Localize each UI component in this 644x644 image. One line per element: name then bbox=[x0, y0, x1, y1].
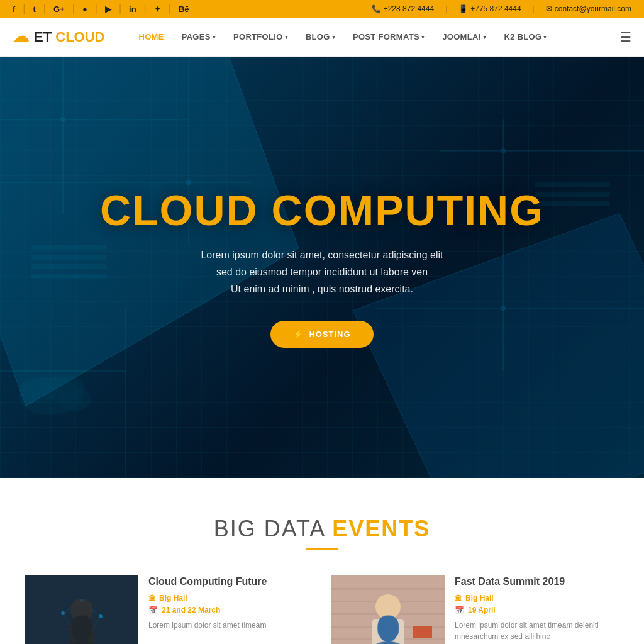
phone2-icon: 📱 bbox=[458, 4, 468, 13]
phone2: 📱 +775 872 4444 bbox=[458, 4, 521, 13]
phone1: 📞 +228 872 4444 bbox=[372, 4, 434, 13]
circle-icon[interactable]: ● bbox=[82, 4, 87, 14]
event-2-illustration bbox=[331, 575, 445, 644]
svg-point-43 bbox=[375, 594, 401, 619]
nav-links: HOME PAGES ▾ PORTFOLIO ▾ BLOG ▾ POST FOR… bbox=[130, 18, 620, 57]
googleplus-icon[interactable]: G+ bbox=[53, 4, 65, 14]
separator: | bbox=[119, 3, 121, 14]
social-links: f | t | G+ | ● | ▶ | in | ✦ | Bē bbox=[13, 3, 189, 14]
svg-rect-19 bbox=[535, 201, 610, 206]
separator: | bbox=[169, 3, 171, 14]
events-grid: + Clou bbox=[25, 575, 619, 644]
email-icon: ✉ bbox=[546, 4, 552, 13]
svg-point-28 bbox=[70, 627, 74, 631]
svg-point-9 bbox=[60, 117, 65, 122]
separator: | bbox=[144, 3, 147, 14]
calendar-icon: 📅 bbox=[148, 606, 158, 614]
hamburger-menu[interactable]: ☰ bbox=[620, 30, 631, 45]
svg-rect-13 bbox=[31, 245, 107, 250]
top-bar: f | t | G+ | ● | ▶ | in | ✦ | Bē 📞 +228 … bbox=[0, 0, 644, 18]
chevron-down-icon: ▾ bbox=[483, 34, 486, 40]
svg-rect-14 bbox=[31, 255, 107, 260]
venue-icon-2: 🏛 bbox=[455, 594, 462, 602]
chevron-down-icon: ▾ bbox=[332, 34, 335, 40]
svg-rect-18 bbox=[535, 192, 610, 197]
lightning-icon: ⚡ bbox=[293, 330, 304, 339]
section-title: BIG DATA EVENTS bbox=[25, 516, 619, 542]
event-card-1: + Clou bbox=[25, 575, 313, 644]
event-desc-2: Lorem ipsum dolor sit amet timeam deleni… bbox=[455, 619, 619, 642]
separator: | bbox=[23, 3, 25, 14]
chevron-down-icon: ▾ bbox=[285, 34, 288, 40]
star-icon[interactable]: ✦ bbox=[154, 4, 161, 14]
event-title-2[interactable]: Fast Data Summit 2019 bbox=[455, 575, 619, 589]
youtube-icon[interactable]: ▶ bbox=[105, 4, 111, 14]
event-venue-2: 🏛 Big Hall bbox=[455, 594, 619, 602]
nav-home[interactable]: HOME bbox=[130, 18, 172, 57]
email: ✉ contact@yourmail.com bbox=[546, 4, 631, 13]
svg-point-34 bbox=[70, 599, 93, 621]
chevron-down-icon: ▾ bbox=[543, 34, 547, 40]
svg-point-10 bbox=[186, 180, 191, 185]
logo-icon: ☁ bbox=[13, 27, 29, 47]
hero-title: CLOUD COMPUTING bbox=[100, 187, 544, 234]
hosting-button[interactable]: ⚡ HOSTING bbox=[270, 321, 373, 348]
hero-content: CLOUD COMPUTING Lorem ipsum dolor sit am… bbox=[100, 187, 544, 347]
event-desc-1: Lorem ipsum dolor sit amet timeam bbox=[148, 619, 313, 631]
svg-point-27 bbox=[99, 614, 103, 618]
twitter-icon[interactable]: t bbox=[33, 4, 36, 14]
logo[interactable]: ☁ ET CLOUD bbox=[13, 27, 104, 47]
nav-pages[interactable]: PAGES ▾ bbox=[173, 18, 225, 57]
svg-point-23 bbox=[60, 388, 91, 411]
linkedin-icon[interactable]: in bbox=[129, 4, 136, 14]
event-date-2: 📅 19 April bbox=[455, 606, 619, 614]
venue-icon: 🏛 bbox=[148, 594, 155, 602]
chevron-down-icon: ▾ bbox=[421, 34, 425, 40]
event-info-1: Cloud Computing Future 🏛 Big Hall 📅 21 a… bbox=[148, 575, 313, 631]
svg-rect-38 bbox=[331, 588, 445, 590]
event-image-1[interactable]: + bbox=[25, 575, 138, 644]
nav-post-formats[interactable]: POST FORMATS ▾ bbox=[344, 18, 433, 57]
nav-joomla[interactable]: JOOMLA! ▾ bbox=[433, 18, 495, 57]
svg-rect-16 bbox=[31, 274, 107, 279]
svg-rect-15 bbox=[31, 264, 107, 269]
events-section: BIG DATA EVENTS + bbox=[0, 478, 644, 644]
hero-section: CLOUD COMPUTING Lorem ipsum dolor sit am… bbox=[0, 57, 644, 478]
section-divider bbox=[306, 548, 338, 550]
svg-line-33 bbox=[91, 616, 101, 632]
svg-line-32 bbox=[63, 613, 72, 629]
svg-point-11 bbox=[501, 148, 506, 153]
event-venue-1: 🏛 Big Hall bbox=[148, 594, 313, 602]
event-1-illustration bbox=[25, 575, 138, 644]
navbar: ☁ ET CLOUD HOME PAGES ▾ PORTFOLIO ▾ BLOG… bbox=[0, 18, 644, 57]
svg-rect-35 bbox=[69, 621, 94, 644]
event-title-1[interactable]: Cloud Computing Future bbox=[148, 575, 313, 589]
svg-rect-17 bbox=[535, 182, 610, 187]
event-image-2[interactable] bbox=[331, 575, 445, 644]
separator: | bbox=[95, 3, 97, 14]
event-card-2: Fast Data Summit 2019 🏛 Big Hall 📅 19 Ap… bbox=[331, 575, 619, 644]
svg-rect-42 bbox=[331, 638, 445, 640]
facebook-icon[interactable]: f bbox=[13, 4, 15, 14]
event-date-1: 📅 21 and 22 March bbox=[148, 606, 313, 614]
nav-portfolio[interactable]: PORTFOLIO ▾ bbox=[225, 18, 297, 57]
behance-icon[interactable]: Bē bbox=[179, 4, 189, 14]
chevron-down-icon: ▾ bbox=[213, 34, 216, 40]
svg-point-29 bbox=[89, 630, 93, 634]
separator: | bbox=[43, 3, 46, 14]
svg-rect-44 bbox=[372, 619, 404, 644]
event-info-2: Fast Data Summit 2019 🏛 Big Hall 📅 19 Ap… bbox=[455, 575, 619, 642]
phone-icon: 📞 bbox=[372, 4, 381, 13]
svg-rect-45 bbox=[413, 626, 432, 638]
logo-text: ET CLOUD bbox=[34, 29, 104, 45]
separator: | bbox=[72, 3, 75, 14]
hero-subtitle: Lorem ipsum dolor sit amet, consectetur … bbox=[100, 247, 544, 298]
calendar-icon-2: 📅 bbox=[455, 606, 464, 614]
nav-k2blog[interactable]: K2 BLOG ▾ bbox=[496, 18, 556, 57]
contact-info: 📞 +228 872 4444 | 📱 +775 872 4444 | ✉ co… bbox=[372, 4, 631, 13]
nav-blog[interactable]: BLOG ▾ bbox=[297, 18, 344, 57]
